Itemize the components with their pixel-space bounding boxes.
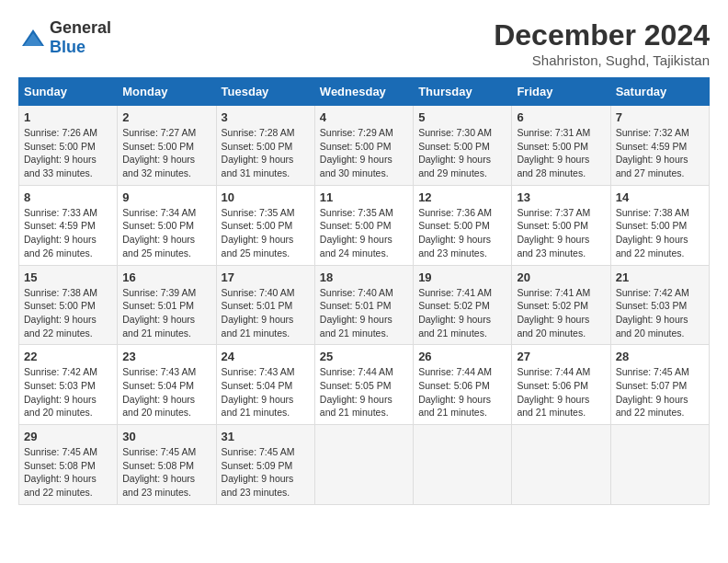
calendar-cell [414,425,512,505]
day-number: 30 [122,430,210,443]
calendar-cell: 27 Sunrise: 7:44 AM Sunset: 5:06 PM Dayl… [512,345,610,425]
day-info: Sunrise: 7:43 AM Sunset: 5:04 PM Dayligh… [122,365,210,419]
day-info: Sunrise: 7:44 AM Sunset: 5:06 PM Dayligh… [517,365,605,419]
calendar-cell [512,425,610,505]
day-info: Sunrise: 7:26 AM Sunset: 5:00 PM Dayligh… [24,126,112,180]
calendar-cell: 2 Sunrise: 7:27 AM Sunset: 5:00 PM Dayli… [118,106,216,186]
day-number: 13 [517,190,605,204]
col-monday: Monday [118,78,216,106]
page-header: General Blue December 2024 Shahriston, S… [18,18,710,68]
day-info: Sunrise: 7:35 AM Sunset: 5:00 PM Dayligh… [222,206,310,260]
calendar-week-4: 22 Sunrise: 7:42 AM Sunset: 5:03 PM Dayl… [19,345,710,425]
day-info: Sunrise: 7:30 AM Sunset: 5:00 PM Dayligh… [418,126,506,180]
calendar-week-2: 8 Sunrise: 7:33 AM Sunset: 4:59 PM Dayli… [19,185,710,265]
calendar-subtitle: Shahriston, Sughd, Tajikistan [494,52,710,68]
day-number: 22 [24,350,112,363]
day-info: Sunrise: 7:45 AM Sunset: 5:09 PM Dayligh… [222,445,310,500]
calendar-cell: 25 Sunrise: 7:44 AM Sunset: 5:05 PM Dayl… [314,345,413,425]
calendar-cell: 9 Sunrise: 7:34 AM Sunset: 5:00 PM Dayli… [118,185,216,265]
title-block: December 2024 Shahriston, Sughd, Tajikis… [494,18,710,68]
calendar-cell: 17 Sunrise: 7:40 AM Sunset: 5:01 PM Dayl… [216,265,314,345]
day-number: 14 [616,190,704,204]
day-number: 6 [517,110,605,124]
col-tuesday: Tuesday [216,78,314,106]
logo-blue: Blue [50,38,85,56]
calendar-cell: 19 Sunrise: 7:41 AM Sunset: 5:02 PM Dayl… [414,265,512,345]
calendar-week-5: 29 Sunrise: 7:45 AM Sunset: 5:08 PM Dayl… [19,425,710,505]
calendar-cell: 7 Sunrise: 7:32 AM Sunset: 4:59 PM Dayli… [610,106,709,186]
calendar-cell: 29 Sunrise: 7:45 AM Sunset: 5:08 PM Dayl… [19,425,118,505]
col-sunday: Sunday [19,78,118,106]
calendar-table: Sunday Monday Tuesday Wednesday Thursday… [18,77,710,505]
day-number: 23 [122,350,210,363]
day-number: 21 [616,270,704,284]
calendar-cell: 16 Sunrise: 7:39 AM Sunset: 5:01 PM Dayl… [118,265,216,345]
calendar-cell [314,425,413,505]
calendar-cell: 3 Sunrise: 7:28 AM Sunset: 5:00 PM Dayli… [216,106,314,186]
day-number: 15 [24,270,112,284]
calendar-cell: 14 Sunrise: 7:38 AM Sunset: 5:00 PM Dayl… [610,185,709,265]
calendar-cell: 22 Sunrise: 7:42 AM Sunset: 5:03 PM Dayl… [19,345,118,425]
day-info: Sunrise: 7:40 AM Sunset: 5:01 PM Dayligh… [222,286,310,340]
calendar-cell: 31 Sunrise: 7:45 AM Sunset: 5:09 PM Dayl… [216,425,314,505]
day-info: Sunrise: 7:37 AM Sunset: 5:00 PM Dayligh… [517,206,605,260]
day-number: 8 [24,190,112,204]
calendar-cell: 30 Sunrise: 7:45 AM Sunset: 5:08 PM Dayl… [118,425,216,505]
day-info: Sunrise: 7:27 AM Sunset: 5:00 PM Dayligh… [122,126,210,180]
day-info: Sunrise: 7:31 AM Sunset: 5:00 PM Dayligh… [517,126,605,180]
day-number: 18 [320,270,408,284]
day-number: 4 [320,110,408,124]
day-number: 12 [418,190,506,204]
calendar-week-1: 1 Sunrise: 7:26 AM Sunset: 5:00 PM Dayli… [19,106,710,186]
col-saturday: Saturday [610,78,709,106]
calendar-cell: 13 Sunrise: 7:37 AM Sunset: 5:00 PM Dayl… [512,185,610,265]
day-info: Sunrise: 7:33 AM Sunset: 4:59 PM Dayligh… [24,206,112,260]
day-info: Sunrise: 7:36 AM Sunset: 5:00 PM Dayligh… [418,206,506,260]
day-info: Sunrise: 7:29 AM Sunset: 5:00 PM Dayligh… [320,126,408,180]
col-wednesday: Wednesday [314,78,413,106]
calendar-cell: 10 Sunrise: 7:35 AM Sunset: 5:00 PM Dayl… [216,185,314,265]
day-info: Sunrise: 7:28 AM Sunset: 5:00 PM Dayligh… [222,126,310,180]
day-number: 16 [122,270,210,284]
day-number: 28 [616,350,704,363]
day-number: 31 [222,430,310,443]
day-info: Sunrise: 7:42 AM Sunset: 5:03 PM Dayligh… [616,286,704,340]
calendar-cell: 11 Sunrise: 7:35 AM Sunset: 5:00 PM Dayl… [314,185,413,265]
calendar-cell: 23 Sunrise: 7:43 AM Sunset: 5:04 PM Dayl… [118,345,216,425]
day-info: Sunrise: 7:38 AM Sunset: 5:00 PM Dayligh… [24,286,112,340]
day-info: Sunrise: 7:45 AM Sunset: 5:08 PM Dayligh… [122,445,210,500]
calendar-title: December 2024 [494,18,710,52]
day-info: Sunrise: 7:39 AM Sunset: 5:01 PM Dayligh… [122,286,210,340]
day-info: Sunrise: 7:44 AM Sunset: 5:05 PM Dayligh… [320,365,408,419]
calendar-cell: 20 Sunrise: 7:41 AM Sunset: 5:02 PM Dayl… [512,265,610,345]
calendar-cell: 8 Sunrise: 7:33 AM Sunset: 4:59 PM Dayli… [19,185,118,265]
day-info: Sunrise: 7:42 AM Sunset: 5:03 PM Dayligh… [24,365,112,419]
calendar-cell: 6 Sunrise: 7:31 AM Sunset: 5:00 PM Dayli… [512,106,610,186]
day-number: 11 [320,190,408,204]
day-number: 20 [517,270,605,284]
day-number: 24 [222,350,310,363]
logo-general: General [50,18,111,37]
day-info: Sunrise: 7:32 AM Sunset: 4:59 PM Dayligh… [616,126,704,180]
calendar-cell: 18 Sunrise: 7:40 AM Sunset: 5:01 PM Dayl… [314,265,413,345]
header-row: Sunday Monday Tuesday Wednesday Thursday… [19,78,710,106]
logo-icon [20,28,46,48]
col-friday: Friday [512,78,610,106]
calendar-cell: 5 Sunrise: 7:30 AM Sunset: 5:00 PM Dayli… [414,106,512,186]
day-number: 25 [320,350,408,363]
day-info: Sunrise: 7:41 AM Sunset: 5:02 PM Dayligh… [418,286,506,340]
day-number: 19 [418,270,506,284]
day-number: 17 [222,270,310,284]
calendar-cell: 21 Sunrise: 7:42 AM Sunset: 5:03 PM Dayl… [610,265,709,345]
calendar-cell: 1 Sunrise: 7:26 AM Sunset: 5:00 PM Dayli… [19,106,118,186]
day-info: Sunrise: 7:44 AM Sunset: 5:06 PM Dayligh… [418,365,506,419]
calendar-cell: 24 Sunrise: 7:43 AM Sunset: 5:04 PM Dayl… [216,345,314,425]
day-number: 3 [222,110,310,124]
logo: General Blue [18,18,111,57]
day-info: Sunrise: 7:35 AM Sunset: 5:00 PM Dayligh… [320,206,408,260]
day-number: 27 [517,350,605,363]
day-info: Sunrise: 7:40 AM Sunset: 5:01 PM Dayligh… [320,286,408,340]
day-number: 29 [24,430,112,443]
calendar-cell: 26 Sunrise: 7:44 AM Sunset: 5:06 PM Dayl… [414,345,512,425]
calendar-cell: 15 Sunrise: 7:38 AM Sunset: 5:00 PM Dayl… [19,265,118,345]
